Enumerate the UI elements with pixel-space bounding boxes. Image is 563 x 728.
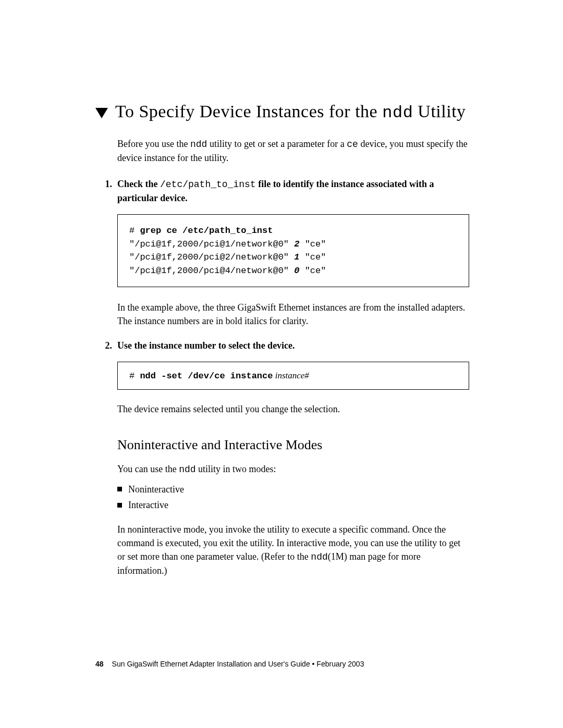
paragraph-after-code1: In the example above, the three GigaSwif… — [117, 301, 469, 328]
heading-pre: To Specify Device Instances for the — [115, 102, 382, 121]
list-item: Interactive — [117, 497, 469, 513]
modes-paragraph: In noninteractive mode, you invoke the u… — [117, 523, 469, 577]
subsection-heading: Noninteractive and Interactive Modes — [117, 437, 469, 453]
square-bullet-icon — [117, 503, 122, 508]
step-1: 1. Check the /etc/path_to_inst file to i… — [95, 177, 469, 205]
page-footer: 48 Sun GigaSwift Ethernet Adapter Instal… — [95, 660, 469, 668]
footer-title: Sun GigaSwift Ethernet Adapter Installat… — [112, 660, 364, 668]
document-page: To Specify Device Instances for the ndd … — [0, 0, 563, 728]
square-bullet-icon — [117, 487, 122, 491]
page-number: 48 — [95, 660, 104, 668]
heading-text: To Specify Device Instances for the ndd … — [115, 102, 466, 122]
section-heading: To Specify Device Instances for the ndd … — [95, 102, 469, 122]
list-item: Noninteractive — [117, 482, 469, 498]
heading-code: ndd — [382, 103, 413, 122]
step-2: 2. Use the instance number to select the… — [95, 339, 469, 352]
heading-post: Utility — [413, 102, 466, 121]
step-1-number: 1. — [95, 177, 112, 205]
modes-list: Noninteractive Interactive — [117, 482, 469, 513]
code-block-2: # ndd -set /dev/ce instance instance# — [117, 362, 469, 390]
intro-paragraph: Before you use the ndd utility to get or… — [117, 137, 469, 165]
paragraph-after-code2: The device remains selected until you ch… — [117, 402, 469, 416]
step-1-text: Check the /etc/path_to_inst file to iden… — [117, 177, 469, 205]
step-2-text: Use the instance number to select the de… — [117, 339, 469, 352]
step-2-number: 2. — [95, 339, 112, 352]
triangle-down-icon — [95, 108, 108, 118]
code-block-1: # grep ce /etc/path_to_inst "/pci@1f,200… — [117, 214, 469, 287]
two-modes-intro: You can use the ndd utility in two modes… — [117, 462, 469, 476]
